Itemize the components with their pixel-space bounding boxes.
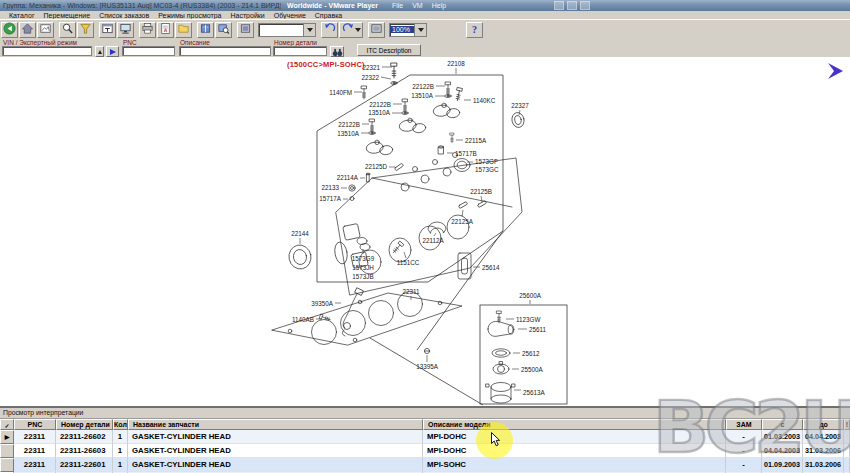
vmware-menu-vm[interactable]: VM bbox=[412, 2, 423, 9]
part-label-22125D[interactable]: 22125D bbox=[365, 163, 388, 170]
part-label-1573JH[interactable]: 1573JH bbox=[352, 264, 374, 271]
part-label-1140KC[interactable]: 1140KC bbox=[473, 97, 496, 104]
part-label-22144[interactable]: 22144 bbox=[291, 230, 309, 237]
part-label-1573JB[interactable]: 1573JB bbox=[352, 273, 373, 280]
vin-go-button[interactable] bbox=[106, 46, 119, 57]
table-row[interactable]: 2231122311-266031GASKET-CYLINDER HEADMPI… bbox=[0, 444, 850, 458]
header-part-name[interactable]: Название запчасти bbox=[128, 419, 423, 430]
header-pnc[interactable]: PNC bbox=[14, 419, 56, 430]
vmware-icon-1[interactable] bbox=[554, 1, 564, 10]
part-number-input[interactable] bbox=[273, 46, 327, 56]
part-label-1573GC[interactable]: 1573GC bbox=[475, 166, 499, 173]
part-label-25614[interactable]: 25614 bbox=[482, 264, 500, 271]
table-cell: GASKET-CYLINDER HEAD bbox=[128, 430, 423, 444]
navigation-combo[interactable] bbox=[258, 23, 316, 37]
screen-view-button[interactable] bbox=[117, 22, 134, 38]
part-label-13510A[interactable]: 13510A bbox=[411, 92, 434, 99]
menu-item-1[interactable]: Перемещение bbox=[43, 12, 90, 19]
next-page-arrow-icon[interactable] bbox=[828, 63, 843, 79]
header-qty[interactable]: Кол bbox=[113, 419, 128, 430]
part-label-22122B[interactable]: 22122B bbox=[369, 101, 391, 108]
leader-line bbox=[481, 196, 482, 202]
part-label-22133[interactable]: 22133 bbox=[321, 184, 339, 191]
zoom-dropdown-button[interactable] bbox=[414, 24, 426, 36]
part-label-22327[interactable]: 22327 bbox=[511, 102, 529, 109]
folder-button[interactable] bbox=[175, 22, 192, 38]
zoom-combo[interactable]: 100% bbox=[389, 23, 427, 37]
part-label-1151CC[interactable]: 1151CC bbox=[397, 259, 420, 266]
header-note[interactable]: ! bbox=[844, 419, 850, 430]
vmware-icon-2[interactable] bbox=[567, 1, 577, 10]
menu-item-4[interactable]: Настройки bbox=[230, 12, 264, 19]
part-label-1573GF[interactable]: 1573GF bbox=[475, 158, 498, 165]
vmware-menus[interactable]: FileVMHelp bbox=[392, 2, 455, 9]
vmware-icon-3[interactable] bbox=[580, 1, 590, 10]
part-label-22108[interactable]: 22108 bbox=[447, 60, 465, 67]
fullscreen-button[interactable] bbox=[368, 22, 385, 38]
parts-diagram: (1500CC>MPI-SOHC) 2232122322221081140FM2… bbox=[0, 57, 850, 407]
redo-button[interactable] bbox=[339, 22, 363, 38]
part-label-22122B[interactable]: 22122B bbox=[412, 83, 434, 90]
part-label-25500A[interactable]: 25500A bbox=[521, 366, 544, 373]
menu-item-3[interactable]: Режимы просмотра bbox=[158, 12, 221, 19]
print-button[interactable] bbox=[139, 22, 156, 38]
table-row[interactable]: 2231122311-226011GASKET-CYLINDER HEADMPI… bbox=[0, 458, 850, 472]
book-search-button[interactable] bbox=[215, 22, 232, 38]
combo-dropdown-button[interactable] bbox=[303, 24, 315, 36]
part-label-25611[interactable]: 25611 bbox=[529, 326, 547, 333]
menu-item-5[interactable]: Обучение bbox=[274, 12, 306, 19]
preview-button[interactable] bbox=[37, 22, 54, 38]
vin-expand-button[interactable] bbox=[95, 46, 104, 57]
filter-button[interactable] bbox=[77, 22, 94, 38]
vin-input[interactable] bbox=[2, 46, 92, 56]
part-label-22321[interactable]: 22321 bbox=[362, 64, 380, 71]
part-label-22125A[interactable]: 22125A bbox=[451, 218, 474, 225]
part-label-1573G9[interactable]: 1573G9 bbox=[352, 255, 375, 262]
part-label-22125B[interactable]: 22125B bbox=[470, 188, 492, 195]
part-label-39350A[interactable]: 39350A bbox=[311, 300, 334, 307]
part-label-15717A[interactable]: 15717A bbox=[319, 195, 342, 202]
part-label-25612[interactable]: 25612 bbox=[522, 350, 540, 357]
header-substitution[interactable]: ЗАМ bbox=[726, 419, 762, 430]
menu-item-2[interactable]: Список заказов bbox=[99, 12, 149, 19]
header-part-number[interactable]: Номер детали bbox=[56, 419, 113, 430]
header-date-from[interactable]: с bbox=[762, 419, 803, 430]
part-label-15717B[interactable]: 15717B bbox=[455, 150, 477, 157]
part-label-25613A[interactable]: 25613A bbox=[523, 389, 546, 396]
menu-item-6[interactable]: Справка bbox=[315, 12, 342, 19]
part-search-button[interactable] bbox=[330, 46, 344, 57]
part-label-1140FM[interactable]: 1140FM bbox=[329, 89, 352, 96]
part-label-22114A[interactable]: 22114A bbox=[337, 174, 359, 181]
vmware-toolbar-icons[interactable] bbox=[554, 1, 590, 10]
vmware-menu-help[interactable]: Help bbox=[432, 2, 446, 9]
part-label-25600A[interactable]: 25600A bbox=[519, 292, 542, 299]
part-label-22322[interactable]: 22322 bbox=[361, 74, 379, 81]
undo-button[interactable] bbox=[321, 22, 338, 38]
table-cell: 22311 bbox=[14, 458, 56, 472]
help-button[interactable]: ? bbox=[466, 22, 483, 38]
part-label-13510A[interactable]: 13510A bbox=[368, 109, 391, 116]
pnc-input[interactable] bbox=[122, 46, 175, 56]
catalog-book-button[interactable] bbox=[197, 22, 214, 38]
part-label-22122B[interactable]: 22122B bbox=[338, 121, 360, 128]
vmware-menu-file[interactable]: File bbox=[392, 2, 403, 9]
text-view-button[interactable] bbox=[99, 22, 116, 38]
part-label-13510A[interactable]: 13510A bbox=[337, 130, 360, 137]
part-label-1123GW[interactable]: 1123GW bbox=[516, 316, 540, 323]
part-label-13395A[interactable]: 13395A bbox=[416, 363, 439, 370]
image-panel-button[interactable] bbox=[237, 22, 254, 38]
header-date-to[interactable]: до bbox=[803, 419, 844, 430]
description-input[interactable] bbox=[179, 46, 271, 56]
itc-description-button[interactable]: ITC Description bbox=[357, 44, 421, 56]
part-label-22311[interactable]: 22311 bbox=[402, 288, 420, 295]
document-button[interactable] bbox=[157, 22, 174, 38]
part-label-22115A[interactable]: 22115A bbox=[465, 137, 487, 144]
home-button[interactable] bbox=[19, 22, 36, 38]
part-label-1140AB[interactable]: 1140AB bbox=[292, 316, 314, 323]
table-row[interactable]: ▶2231122311-266021GASKET-CYLINDER HEADMP… bbox=[0, 430, 850, 444]
back-button[interactable] bbox=[1, 22, 18, 38]
part-label-22112A[interactable]: 22112A bbox=[422, 237, 444, 244]
menu-item-0[interactable]: Каталог bbox=[9, 12, 34, 19]
header-model-description[interactable]: Описание модели bbox=[423, 419, 726, 430]
search-button[interactable] bbox=[59, 22, 76, 38]
